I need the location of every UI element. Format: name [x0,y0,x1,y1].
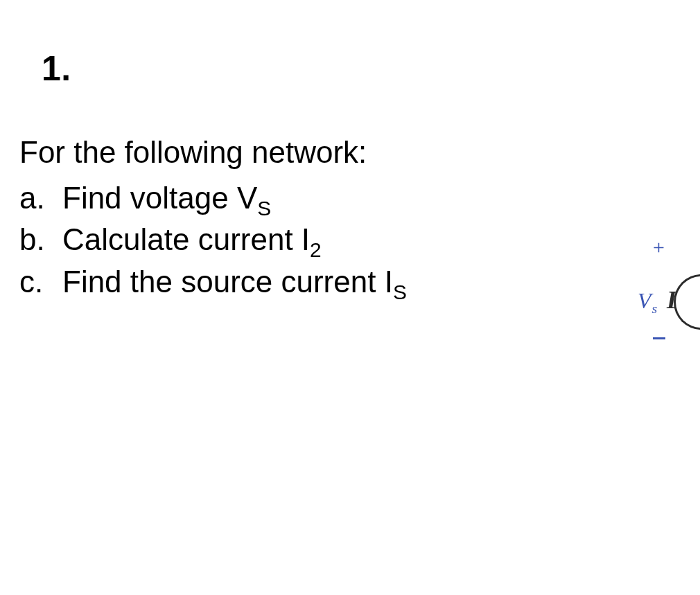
list-item: a. Find voltage VS [19,177,407,218]
minus-symbol [653,337,665,339]
list-text: Find the source current IS [62,261,407,302]
problem-number: 1. [42,48,71,89]
list-marker: b. [19,219,62,260]
plus-symbol: + [653,236,665,259]
page: 1. For the following network: a. Find vo… [0,0,700,595]
problem-prompt: For the following network: [19,135,367,170]
list-marker: c. [19,261,62,302]
vs-label: Vs [638,288,657,314]
list-item: c. Find the source current IS [19,261,407,302]
list-text: Find voltage VS [62,177,271,218]
problem-list: a. Find voltage VS b. Calculate current … [19,177,407,302]
list-item: b. Calculate current I2 [19,219,407,260]
list-text: Calculate current I2 [62,219,322,260]
source-arc-icon [674,274,700,330]
list-marker: a. [19,177,62,218]
circuit-diagram-fragment: + Vs I [638,229,700,367]
